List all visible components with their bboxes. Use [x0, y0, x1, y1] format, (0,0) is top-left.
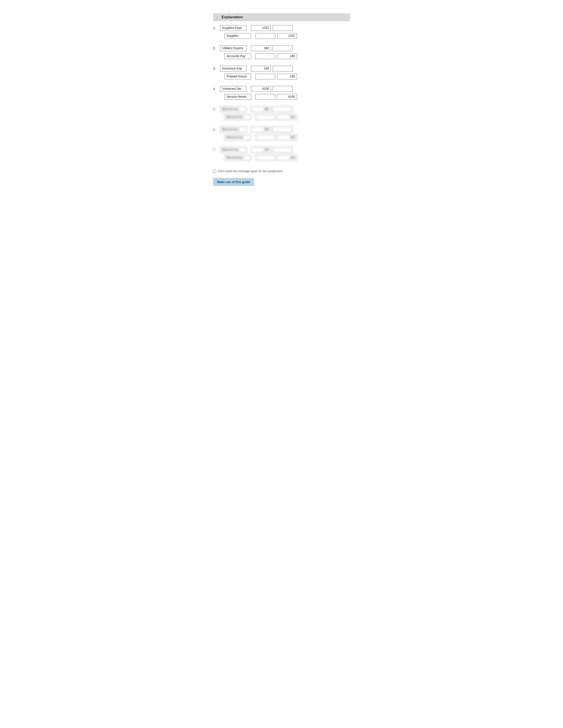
blurred-entry-6-debit-account: Blurred Acct	[220, 127, 246, 132]
entry-3-debit-account[interactable]: Insurance Exp	[220, 66, 246, 71]
entry-1-credit-debit-empty	[255, 33, 275, 39]
footer-link[interactable]: Make use of this guide	[213, 178, 254, 186]
header-dot: .	[216, 15, 217, 19]
entry-1-credit-amounts: 1252	[255, 33, 297, 39]
entry-2-credit-amounts: 180	[255, 53, 297, 59]
entry-4-credit-amount[interactable]: 4100	[277, 94, 297, 100]
entry-4-debit-credit-empty	[273, 86, 293, 92]
entry-2-debit-amount[interactable]: 180	[251, 45, 271, 51]
blurred-entry-6-debit: Blurred Acct 180	[220, 127, 350, 132]
entry-1-credit-row: Supplies 1252	[224, 33, 350, 39]
entry-4-credit-account[interactable]: Service Reven	[224, 94, 251, 100]
entry-2-credit-amount[interactable]: 180	[277, 53, 297, 59]
entry-1: 1. Supplies Expe 1252 Supplies 1252	[213, 25, 350, 41]
blurred-entry-5-credit: Blurred Acct 180	[224, 114, 350, 120]
entry-3-lines: Insurance Exp 180 Prepaid Insura 180	[220, 66, 350, 82]
entry-3: 3. Insurance Exp 180 Prepaid Insura 180	[213, 66, 350, 82]
entry-4-debit-amount[interactable]: 4100	[251, 86, 271, 92]
entry-4-lines: Unearned Ser 4100 Service Reven 4100	[220, 86, 350, 102]
entry-4-debit-account[interactable]: Unearned Ser	[220, 86, 246, 92]
entry-1-credit-amount[interactable]: 1252	[277, 33, 297, 39]
blurred-entry-6-number: 6.	[213, 127, 220, 131]
blurred-entry-6-credit-amount: 180	[277, 135, 297, 140]
entry-4-number: 4.	[213, 86, 220, 91]
entry-4-debit-row: Unearned Ser 4100	[220, 86, 350, 92]
blurred-entry-5: 5. Blurred Acct 180 Blurred Acct 180	[213, 106, 350, 122]
blurred-entry-6-debit-amount: 180	[251, 127, 271, 132]
blurred-entry-7-credit-amount: 180	[277, 155, 297, 161]
entry-3-credit-debit-empty	[255, 74, 275, 79]
entry-2-credit-account[interactable]: Accounts Pay	[224, 53, 251, 59]
entry-2-number: 2.	[213, 45, 220, 50]
entry-3-number: 3.	[213, 66, 220, 70]
footer-note: Don't show this message again for this a…	[213, 169, 350, 173]
entry-3-credit-amount[interactable]: 180	[277, 74, 297, 79]
blurred-entry-7-debit-account: Blurred Acct	[220, 147, 246, 153]
blurred-entry-7-debit-amount: 180	[251, 147, 271, 153]
entry-3-debit-amounts: 180	[251, 66, 293, 71]
blurred-entries: 5. Blurred Acct 180 Blurred Acct 180	[213, 106, 350, 163]
footer-note-text: Don't show this message again for this a…	[218, 169, 283, 173]
entry-3-credit-amounts: 180	[255, 74, 297, 79]
blurred-entry-5-debit-account: Blurred Acct	[220, 106, 246, 112]
entry-2-credit-debit-empty	[255, 53, 275, 59]
blurred-entry-5-debit-amount: 180	[251, 106, 271, 112]
blurred-entry-7-credit-account: Blurred Acct	[224, 155, 251, 161]
entry-3-credit-row: Prepaid Insura 180	[224, 74, 350, 79]
blurred-entry-7-credit: Blurred Acct 180	[224, 155, 350, 161]
blurred-entry-5-credit-amount: 180	[277, 114, 297, 120]
entry-1-debit-credit-empty	[273, 25, 293, 31]
entry-4-credit-row: Service Reven 4100	[224, 94, 350, 100]
footer-checkbox[interactable]	[213, 170, 216, 173]
entry-4-credit-amounts: 4100	[255, 94, 297, 100]
entry-1-lines: Supplies Expe 1252 Supplies 1252	[220, 25, 350, 41]
blurred-entry-5-number: 5.	[213, 106, 220, 111]
entry-2-debit-credit-empty	[273, 45, 293, 51]
entry-4-debit-amounts: 4100	[251, 86, 293, 92]
entry-1-debit-row: Supplies Expe 1252	[220, 25, 350, 31]
blurred-entry-7-number: 7.	[213, 147, 220, 152]
blurred-entry-5-credit-account: Blurred Acct	[224, 114, 251, 120]
entry-4-credit-debit-empty	[255, 94, 275, 100]
entry-2-lines: Utilities Expens 180 Accounts Pay 180	[220, 45, 350, 61]
entry-4: 4. Unearned Ser 4100 Service Reven 4100	[213, 86, 350, 102]
main-container: . Explanation 1. Supplies Expe 1252 Supp…	[213, 13, 350, 186]
entry-1-number: 1.	[213, 25, 220, 30]
entry-3-credit-account[interactable]: Prepaid Insura	[224, 74, 251, 79]
blurred-entry-5-debit: Blurred Acct 180	[220, 106, 350, 112]
entry-2-debit-row: Utilities Expens 180	[220, 45, 350, 51]
entry-1-debit-account[interactable]: Supplies Expe	[220, 25, 246, 31]
entry-1-credit-account[interactable]: Supplies	[224, 33, 251, 39]
entry-3-debit-amount[interactable]: 180	[251, 66, 271, 71]
blurred-entry-7: 7. Blurred Acct 180 Blurred Acct 180	[213, 147, 350, 163]
header-title: Explanation	[221, 15, 242, 19]
entry-2-debit-amounts: 180	[251, 45, 293, 51]
entry-2: 2. Utilities Expens 180 Accounts Pay 180	[213, 45, 350, 61]
blurred-entry-7-debit: Blurred Acct 180	[220, 147, 350, 153]
blurred-entry-6-credit-account: Blurred Acct	[224, 135, 251, 140]
blurred-entry-6-credit: Blurred Acct 180	[224, 135, 350, 140]
entry-2-debit-account[interactable]: Utilities Expens	[220, 45, 246, 51]
entry-1-debit-amounts: 1252	[251, 25, 293, 31]
entry-1-debit-amount[interactable]: 1252	[251, 25, 271, 31]
entry-3-debit-row: Insurance Exp 180	[220, 66, 350, 71]
entry-3-debit-credit-empty	[273, 66, 293, 71]
blurred-entry-6: 6. Blurred Acct 180 Blurred Acct 180	[213, 127, 350, 143]
header-row: . Explanation	[213, 13, 350, 21]
entry-2-credit-row: Accounts Pay 180	[224, 53, 350, 59]
